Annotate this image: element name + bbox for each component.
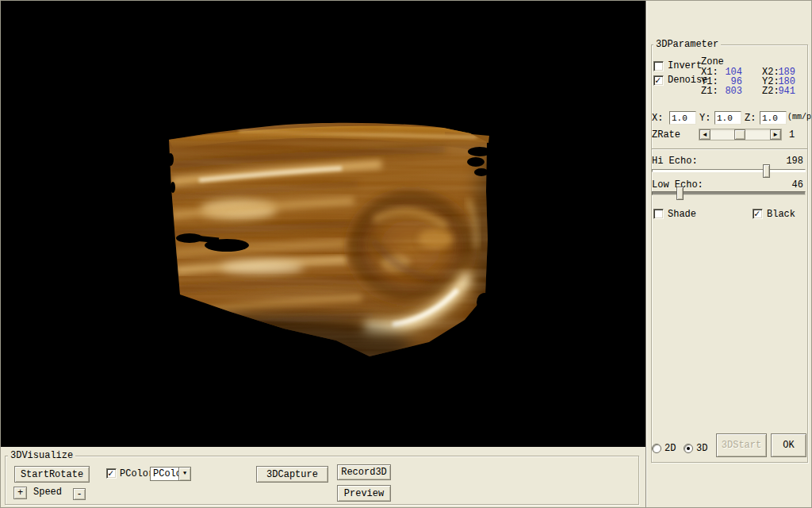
zrate-value: 1 bbox=[789, 130, 795, 140]
scale-y-input[interactable] bbox=[714, 111, 741, 125]
parameter-separator bbox=[652, 148, 807, 150]
mode-2d-label: 2D bbox=[665, 444, 676, 454]
scale-y-label: Y: bbox=[699, 114, 710, 124]
pcolor-checkbox[interactable] bbox=[106, 468, 117, 479]
low-echo-track[interactable] bbox=[652, 191, 806, 195]
mode-3d-label: 3D bbox=[696, 444, 707, 454]
parameter-panel: 3DParameter Invert Denoise Zone X1: 104 … bbox=[645, 1, 812, 508]
zrate-scroll-left-icon[interactable]: ◄ bbox=[699, 129, 710, 140]
app-window: 3DParameter Invert Denoise Zone X1: 104 … bbox=[0, 0, 812, 508]
visualize-panel: 3DVisualize StartRotate + Speed - PColor… bbox=[1, 447, 645, 508]
low-echo-slider-thumb[interactable] bbox=[676, 187, 684, 200]
speed-label: Speed bbox=[33, 487, 62, 498]
mode-3d-radio[interactable] bbox=[684, 444, 693, 453]
hi-echo-label: Hi Echo: bbox=[652, 156, 698, 167]
black-label: Black bbox=[767, 210, 795, 220]
shade-checkbox[interactable] bbox=[653, 209, 664, 219]
invert-label: Invert bbox=[668, 61, 702, 71]
dropdown-arrow-icon[interactable]: ▼ bbox=[178, 468, 190, 480]
preview-button[interactable]: Preview bbox=[337, 485, 391, 502]
render-viewport[interactable] bbox=[1, 1, 645, 447]
zone-z2-value: 941 bbox=[775, 87, 795, 97]
zone-z1-label: Z1: bbox=[701, 87, 718, 97]
speed-minus-button[interactable]: - bbox=[73, 488, 86, 500]
start-rotate-button[interactable]: StartRotate bbox=[14, 466, 90, 483]
hi-echo-track[interactable] bbox=[652, 169, 806, 172]
visualize-group-title: 3DVisualize bbox=[8, 451, 75, 461]
zone-z1-value: 803 bbox=[722, 87, 742, 97]
scale-x-label: X: bbox=[652, 114, 663, 124]
zrate-label: ZRate bbox=[652, 130, 680, 140]
scale-x-input[interactable] bbox=[669, 111, 696, 125]
pcolor-dropdown[interactable]: PColor ▼ bbox=[150, 467, 191, 481]
shade-label: Shade bbox=[668, 210, 696, 220]
record-button[interactable]: Record3D bbox=[337, 464, 391, 480]
hi-echo-slider-thumb[interactable] bbox=[763, 164, 770, 178]
zrate-scroll-thumb[interactable] bbox=[734, 129, 745, 140]
volume-render bbox=[1, 1, 645, 447]
speed-plus-button[interactable]: + bbox=[13, 487, 27, 499]
zrate-scrollbar[interactable]: ◄ ► bbox=[699, 129, 782, 140]
scale-unit-label: (mm/p) bbox=[787, 112, 812, 122]
black-checkbox[interactable] bbox=[753, 209, 763, 219]
parameter-groupbox bbox=[651, 44, 808, 463]
mode-2d-radio[interactable] bbox=[652, 444, 661, 453]
hi-echo-value: 198 bbox=[773, 156, 803, 167]
scale-z-label: Z: bbox=[745, 114, 756, 124]
pcolor-label: PColor bbox=[120, 469, 154, 479]
capture-button[interactable]: 3DCapture bbox=[256, 466, 328, 483]
denoise-checkbox[interactable] bbox=[653, 75, 664, 86]
ok-button[interactable]: OK bbox=[771, 433, 806, 457]
zrate-scroll-right-icon[interactable]: ► bbox=[770, 129, 781, 140]
scale-z-input[interactable] bbox=[760, 111, 787, 125]
low-echo-value: 46 bbox=[773, 180, 803, 190]
invert-checkbox[interactable] bbox=[653, 61, 664, 71]
parameter-group-title: 3DParameter bbox=[653, 40, 721, 50]
start3d-button[interactable]: 3DStart bbox=[716, 433, 767, 457]
